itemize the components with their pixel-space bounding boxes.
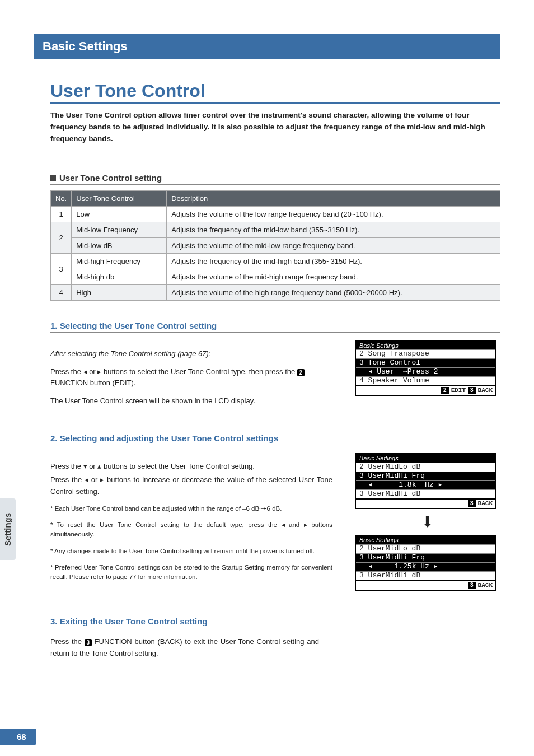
page-title: User Tone Control: [50, 81, 500, 104]
step2-note: * To reset the User Tone Control setting…: [50, 520, 332, 540]
left-arrow-icon: ◂: [83, 367, 87, 376]
th-desc: Description: [167, 190, 500, 206]
side-tab: Settings: [0, 498, 16, 560]
step1-p1: Press the ◂ or ▸ buttons to select the U…: [50, 366, 332, 389]
left-arrow-icon: ◂: [85, 475, 88, 484]
table-row: 4 High Adjusts the volume of the high ra…: [51, 284, 500, 300]
intro-paragraph: The User Tone Control option allows fine…: [50, 110, 500, 145]
th-utc: User Tone Control: [72, 190, 167, 206]
step1-preface: After selecting the Tone Control setting…: [50, 349, 210, 358]
step2-p2: Press the ◂ or ▸ buttons to increase or …: [50, 474, 332, 497]
lcd-screen-2b: Basic Settings 2 UserMidLo dB 3 UserMidH…: [355, 535, 496, 591]
page-number: 68: [0, 729, 36, 745]
lcd-btn-back: BACK: [478, 500, 493, 507]
step2-note: * Preferred User Tone Control settings c…: [50, 563, 332, 582]
side-tab-label: Settings: [3, 512, 13, 545]
lcd-screen-1: Basic Settings 2 Song Transpose 3 Tone C…: [355, 340, 496, 396]
step2-note: * Any changes made to the User Tone Cont…: [50, 547, 332, 556]
table-row: 3 Mid-high Frequency Adjusts the frequen…: [51, 253, 500, 269]
subhead-step2: 2. Selecting and adjusting the User Tone…: [50, 433, 500, 445]
user-tone-control-table: No. User Tone Control Description 1 Low …: [50, 190, 500, 301]
down-big-arrow-icon: ⬇: [355, 515, 500, 529]
step2-note: * Each User Tone Control band can be adj…: [50, 504, 332, 514]
subhead-table-text: User Tone Control setting: [59, 173, 162, 183]
section-header: Basic Settings: [34, 34, 500, 59]
bullet-square-icon: [50, 175, 56, 181]
table-row: 2 Mid-low Frequency Adjusts the frequenc…: [51, 222, 500, 237]
function-3-icon: 3: [85, 639, 92, 646]
step3-p1: Press the 3 FUNCTION button (BACK) to ex…: [50, 636, 319, 659]
lcd-btn-back: BACK: [478, 582, 493, 589]
subhead-step1: 1. Selecting the User Tone Control setti…: [50, 321, 500, 333]
lcd-btn-back-num: 3: [468, 387, 476, 394]
lcd-btn-edit: EDIT: [451, 387, 466, 394]
lcd-btn-back-num: 3: [468, 500, 476, 507]
lcd-btn-back: BACK: [478, 387, 493, 394]
table-row: Mid-low dB Adjusts the volume of the mid…: [51, 237, 500, 253]
function-2-icon: 2: [297, 369, 305, 376]
table-row: 1 Low Adjusts the volume of the low rang…: [51, 206, 500, 222]
subhead-table: User Tone Control setting: [50, 173, 500, 185]
th-no: No.: [51, 190, 72, 206]
step1-p2: The User Tone Control screen will be sho…: [50, 395, 332, 407]
table-row: Mid-high db Adjusts the volume of the mi…: [51, 269, 500, 284]
step2-p1: Press the ▾ or ▴ buttons to select the U…: [50, 461, 332, 472]
subhead-step3: 3. Exiting the User Tone Control setting: [50, 617, 500, 628]
down-arrow-icon: ▾: [83, 462, 87, 470]
lcd-btn-edit-num: 2: [441, 387, 449, 394]
lcd-screen-2a: Basic Settings 2 UserMidLo dB 3 UserMidH…: [355, 453, 496, 509]
lcd-btn-back-num: 3: [468, 582, 476, 589]
